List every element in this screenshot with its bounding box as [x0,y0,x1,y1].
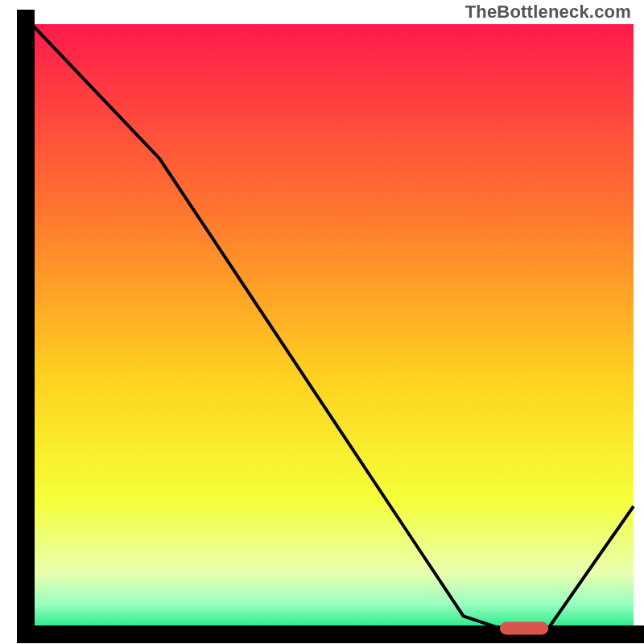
plot-group [17,10,644,641]
bottleneck-chart [0,0,644,644]
optimal-marker [500,621,548,634]
chart-frame: TheBottleneck.com [0,0,644,644]
